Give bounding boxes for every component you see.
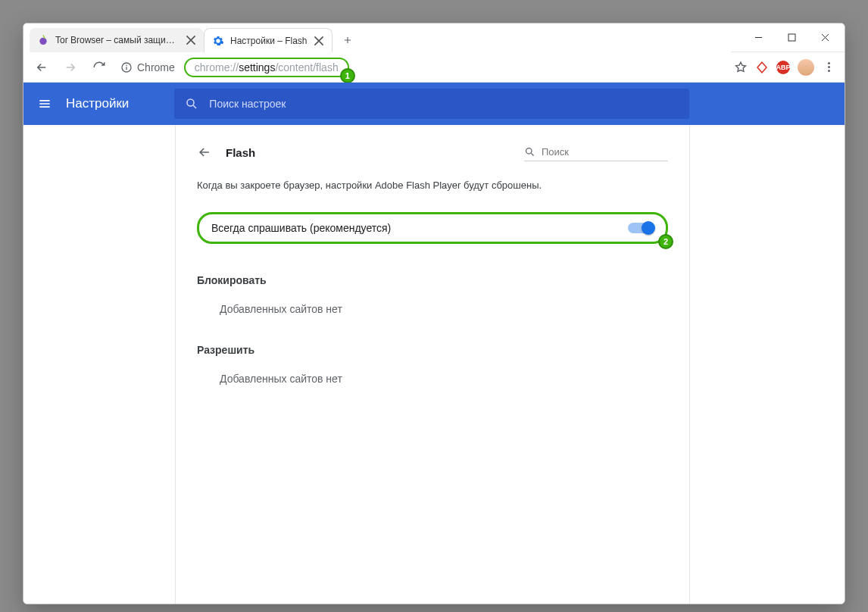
star-icon[interactable] <box>734 61 748 74</box>
onion-favicon <box>37 34 49 46</box>
tab-tor-browser[interactable]: Tor Browser – самый защищенн <box>30 28 204 52</box>
page-heading: Flash <box>226 146 255 159</box>
annotation-badge-2: 2 <box>658 234 673 249</box>
url-segment: chrome:// <box>195 61 239 73</box>
tab-title: Настройки – Flash <box>230 36 308 46</box>
inline-search-placeholder: Поиск <box>542 146 569 158</box>
block-section-label: Блокировать <box>197 274 668 286</box>
tab-settings-flash[interactable]: Настройки – Flash <box>204 28 333 52</box>
flash-reset-info: Когда вы закроете браузер, настройки Ado… <box>197 180 668 191</box>
search-icon <box>524 146 535 158</box>
window-close-button[interactable] <box>808 25 841 51</box>
svg-point-0 <box>39 38 46 45</box>
back-button[interactable] <box>30 55 54 80</box>
window-minimize-button[interactable] <box>742 25 775 51</box>
yandex-icon[interactable] <box>755 61 769 74</box>
always-ask-toggle-row[interactable]: Всегда спрашивать (рекомендуется) 2 <box>197 212 668 244</box>
url-highlight-annotation: chrome://settings/content/flash 1 <box>184 58 349 77</box>
svg-rect-1 <box>788 34 795 41</box>
url-segment: settings <box>239 61 275 73</box>
settings-search-bar[interactable]: Поиск настроек <box>174 89 689 119</box>
profile-avatar[interactable] <box>798 59 814 76</box>
reload-button[interactable] <box>87 55 111 80</box>
search-icon <box>185 97 198 111</box>
settings-title: Настройки <box>66 96 129 111</box>
annotation-badge-1: 1 <box>340 68 355 83</box>
abp-extension-icon[interactable]: ABP <box>776 61 790 74</box>
block-empty-text: Добавленных сайтов нет <box>220 303 668 315</box>
toggle-switch[interactable] <box>628 223 654 233</box>
tab-strip: Tor Browser – самый защищенн Настройки –… <box>23 23 731 52</box>
svg-point-3 <box>126 64 127 66</box>
card-header: Flash Поиск <box>197 143 668 161</box>
site-chip-label: Chrome <box>137 61 175 73</box>
url-segment: /content/flash <box>275 61 338 73</box>
tab-title: Tor Browser – самый защищенн <box>55 35 180 45</box>
browser-window: Tor Browser – самый защищенн Настройки –… <box>23 23 845 604</box>
window-maximize-button[interactable] <box>775 25 808 51</box>
settings-search-placeholder: Поиск настроек <box>209 98 286 110</box>
new-tab-button[interactable] <box>337 30 358 51</box>
close-icon[interactable] <box>186 35 196 45</box>
omnibox[interactable]: chrome://settings/content/flash 1 <box>184 58 729 77</box>
back-arrow-button[interactable] <box>197 145 212 160</box>
settings-content: Flash Поиск Когда вы закроете браузер, н… <box>23 125 845 604</box>
close-icon[interactable] <box>314 36 324 46</box>
svg-point-5 <box>526 148 532 155</box>
gear-favicon <box>212 35 224 47</box>
kebab-menu-icon[interactable] <box>822 61 835 74</box>
browser-toolbar: Chrome chrome://settings/content/flash 1… <box>23 52 845 83</box>
settings-header: Настройки Поиск настроек <box>23 83 845 125</box>
hamburger-menu-icon[interactable] <box>23 96 66 111</box>
site-info-chip[interactable]: Chrome <box>116 61 180 73</box>
forward-button[interactable] <box>58 55 83 80</box>
allow-empty-text: Добавленных сайтов нет <box>220 373 668 385</box>
svg-point-4 <box>187 99 194 106</box>
allow-section-label: Разрешить <box>197 344 668 356</box>
flash-settings-card: Flash Поиск Когда вы закроете браузер, н… <box>175 125 690 604</box>
toggle-label: Всегда спрашивать (рекомендуется) <box>211 222 391 234</box>
toolbar-right-icons: ABP <box>734 59 838 76</box>
inline-search-input[interactable]: Поиск <box>524 143 668 161</box>
